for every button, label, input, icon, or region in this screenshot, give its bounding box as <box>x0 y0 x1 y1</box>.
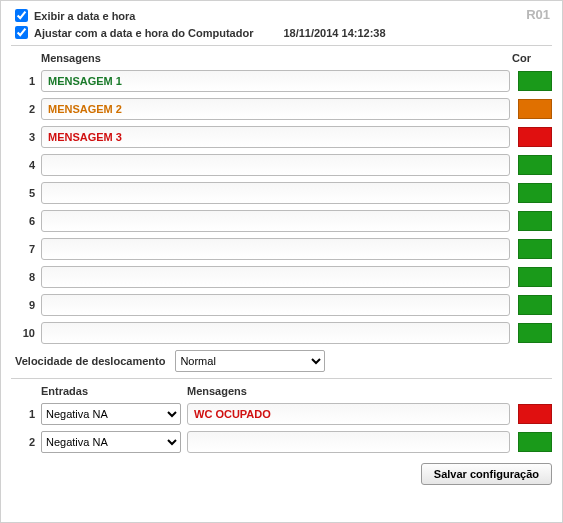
datetime-value: 18/11/2014 14:12:38 <box>283 27 385 39</box>
show-datetime-checkbox[interactable] <box>15 9 28 22</box>
entry-row-number: 2 <box>11 436 35 448</box>
color-swatch[interactable] <box>518 99 552 119</box>
message-row-number: 1 <box>11 75 35 87</box>
message-row: 8 <box>11 266 552 288</box>
show-datetime-row: Exibir a data e hora <box>15 9 552 22</box>
color-swatch[interactable] <box>518 267 552 287</box>
message-row-number: 2 <box>11 103 35 115</box>
color-swatch[interactable] <box>518 155 552 175</box>
message-row-number: 3 <box>11 131 35 143</box>
show-datetime-label: Exibir a data e hora <box>34 10 135 22</box>
color-swatch[interactable] <box>518 239 552 259</box>
save-row: Salvar configuração <box>11 463 552 485</box>
message-input[interactable] <box>41 70 510 92</box>
entry-message-input[interactable] <box>187 403 510 425</box>
message-row: 1 <box>11 70 552 92</box>
color-swatch[interactable] <box>518 295 552 315</box>
sync-computer-label: Ajustar com a data e hora do Computador <box>34 27 253 39</box>
message-row: 3 <box>11 126 552 148</box>
sync-computer-checkbox[interactable] <box>15 26 28 39</box>
speed-select[interactable]: Normal <box>175 350 325 372</box>
color-header-label: Cor <box>512 52 552 64</box>
message-row: 2 <box>11 98 552 120</box>
entries-container: 1Negativa NA2Negativa NA <box>11 403 552 453</box>
entry-row: 2Negativa NA <box>11 431 552 453</box>
message-input[interactable] <box>41 238 510 260</box>
entries-msg-header-label: Mensagens <box>187 385 552 397</box>
panel-id-label: R01 <box>526 7 550 22</box>
messages-container: 12345678910 <box>11 70 552 344</box>
message-row: 10 <box>11 322 552 344</box>
messages-headers: Mensagens Cor <box>11 52 552 64</box>
message-input[interactable] <box>41 154 510 176</box>
message-input[interactable] <box>41 294 510 316</box>
message-row-number: 10 <box>11 327 35 339</box>
message-row-number: 5 <box>11 187 35 199</box>
config-panel: R01 Exibir a data e hora Ajustar com a d… <box>0 0 563 523</box>
speed-row: Velocidade de deslocamento Normal <box>15 350 552 372</box>
message-row-number: 6 <box>11 215 35 227</box>
message-row-number: 7 <box>11 243 35 255</box>
message-input[interactable] <box>41 126 510 148</box>
entries-header-label: Entradas <box>41 385 187 397</box>
message-input[interactable] <box>41 98 510 120</box>
separator <box>11 378 552 379</box>
entry-row: 1Negativa NA <box>11 403 552 425</box>
separator <box>11 45 552 46</box>
color-swatch[interactable] <box>518 432 552 452</box>
messages-header-label: Mensagens <box>41 52 512 64</box>
message-row: 6 <box>11 210 552 232</box>
message-input[interactable] <box>41 182 510 204</box>
message-row: 4 <box>11 154 552 176</box>
color-swatch[interactable] <box>518 323 552 343</box>
speed-label: Velocidade de deslocamento <box>15 355 165 367</box>
sync-computer-row: Ajustar com a data e hora do Computador … <box>15 26 552 39</box>
entry-type-select[interactable]: Negativa NA <box>41 403 181 425</box>
entry-message-input[interactable] <box>187 431 510 453</box>
message-input[interactable] <box>41 210 510 232</box>
entry-type-select[interactable]: Negativa NA <box>41 431 181 453</box>
color-swatch[interactable] <box>518 183 552 203</box>
message-row: 5 <box>11 182 552 204</box>
entry-row-number: 1 <box>11 408 35 420</box>
save-button[interactable]: Salvar configuração <box>421 463 552 485</box>
message-input[interactable] <box>41 266 510 288</box>
message-row: 7 <box>11 238 552 260</box>
entries-headers: Entradas Mensagens <box>11 385 552 397</box>
message-input[interactable] <box>41 322 510 344</box>
color-swatch[interactable] <box>518 127 552 147</box>
message-row: 9 <box>11 294 552 316</box>
message-row-number: 4 <box>11 159 35 171</box>
color-swatch[interactable] <box>518 404 552 424</box>
message-row-number: 8 <box>11 271 35 283</box>
message-row-number: 9 <box>11 299 35 311</box>
color-swatch[interactable] <box>518 71 552 91</box>
color-swatch[interactable] <box>518 211 552 231</box>
